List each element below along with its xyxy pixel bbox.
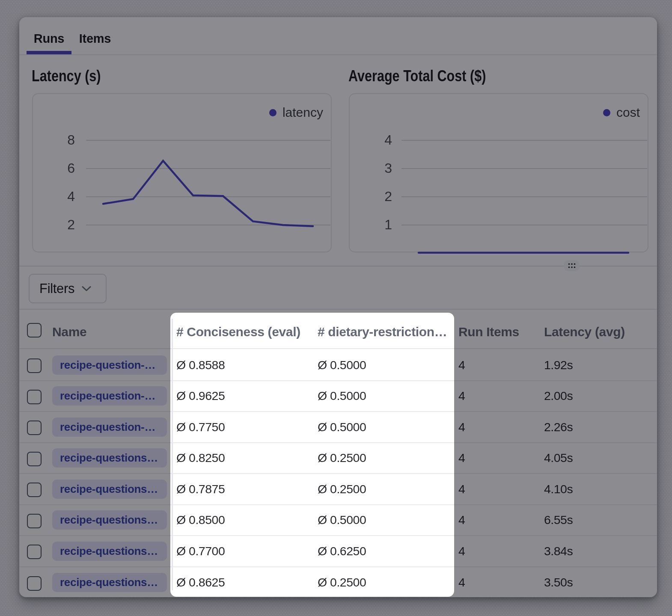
chevron-down-icon <box>82 286 91 291</box>
conciseness-cell: Ø 0.8250 <box>176 443 225 474</box>
conciseness-cell: Ø 0.8500 <box>176 505 225 536</box>
tab-items[interactable]: Items <box>71 21 119 56</box>
select-all-checkbox[interactable] <box>27 323 42 338</box>
y-tick-label: 8 <box>67 132 75 148</box>
table-row[interactable]: recipe-question-… Ø 0.8588 Ø 0.5000 4 1.… <box>19 350 657 381</box>
column-header-latency[interactable]: Latency (avg) <box>544 310 625 348</box>
latency-cell: 3.84s <box>544 536 573 566</box>
row-checkbox[interactable] <box>27 421 42 435</box>
legend-label-cost: cost <box>616 105 640 120</box>
conciseness-cell: Ø 0.7750 <box>176 412 225 442</box>
table-row[interactable]: recipe-questions… Ø 0.7875 Ø 0.2500 4 4.… <box>19 474 657 505</box>
row-checkbox[interactable] <box>27 514 42 528</box>
run-items-cell: 4 <box>458 567 465 598</box>
cost-chart-title: Average Total Cost ($) <box>348 67 486 85</box>
filters-button-label: Filters <box>39 281 74 296</box>
conciseness-cell: Ø 0.8625 <box>176 567 225 598</box>
runs-panel: Runs Items Latency (s) Average Total Cos… <box>19 17 657 597</box>
run-name-badge[interactable]: recipe-questions… <box>52 573 167 592</box>
y-tick-label: 2 <box>67 217 75 232</box>
latency-cell: 2.00s <box>544 381 573 412</box>
row-checkbox[interactable] <box>27 390 42 404</box>
latency-cell: 1.92s <box>544 350 573 380</box>
run-name-cell: recipe-questions… <box>52 474 167 504</box>
table-body: recipe-question-… Ø 0.8588 Ø 0.5000 4 1.… <box>19 350 657 598</box>
latency-chart-title: Latency (s) <box>32 67 101 85</box>
legend-dot-latency <box>269 109 277 116</box>
column-header-name[interactable]: Name <box>52 310 86 348</box>
tabs-bar: Runs Items <box>19 17 657 55</box>
conciseness-cell: Ø 0.7875 <box>176 474 225 504</box>
table-row[interactable]: recipe-question-… Ø 0.9625 Ø 0.5000 4 2.… <box>19 381 657 412</box>
column-header-conciseness[interactable]: # Conciseness (eval) <box>176 310 300 348</box>
run-items-cell: 4 <box>458 381 465 412</box>
latency-chart: 8642 latency <box>32 93 332 252</box>
y-tick-label: 1 <box>384 217 392 232</box>
row-checkbox[interactable] <box>27 452 42 466</box>
run-name-cell: recipe-questions… <box>52 536 167 566</box>
y-tick-label: 6 <box>67 160 75 176</box>
row-checkbox[interactable] <box>27 358 42 373</box>
run-name-cell: recipe-questions… <box>52 505 167 536</box>
table-row[interactable]: recipe-questions… Ø 0.8625 Ø 0.2500 4 3.… <box>19 567 657 598</box>
run-name-cell: recipe-question-… <box>52 350 167 380</box>
column-header-run-items[interactable]: Run Items <box>458 310 519 348</box>
latency-chart-legend: latency <box>269 105 323 120</box>
run-items-cell: 4 <box>458 536 465 566</box>
latency-cell: 4.05s <box>544 443 573 474</box>
y-tick-label: 4 <box>67 189 75 204</box>
run-items-cell: 4 <box>458 443 465 474</box>
grip-dots-icon <box>567 262 577 269</box>
run-name-cell: recipe-question-… <box>52 381 167 412</box>
page: { "tabs": { "runs": "Runs", "items": "It… <box>0 0 672 616</box>
run-items-cell: 4 <box>458 505 465 536</box>
dietary-cell: Ø 0.2500 <box>318 474 366 504</box>
run-name-badge[interactable]: recipe-question-… <box>52 418 167 437</box>
run-name-badge[interactable]: recipe-questions… <box>52 480 167 499</box>
run-items-cell: 4 <box>458 350 465 380</box>
column-header-dietary[interactable]: # dietary-restriction… <box>318 310 447 348</box>
run-name-badge[interactable]: recipe-question-… <box>52 355 167 375</box>
run-name-badge[interactable]: recipe-questions… <box>52 542 167 561</box>
dietary-cell: Ø 0.2500 <box>318 443 366 474</box>
run-items-cell: 4 <box>458 412 465 442</box>
latency-line <box>103 161 313 226</box>
run-name-badge[interactable]: recipe-questions… <box>52 448 167 468</box>
latency-cell: 4.10s <box>544 474 573 504</box>
conciseness-cell: Ø 0.8588 <box>176 350 225 380</box>
section-divider <box>19 266 657 267</box>
active-tab-indicator <box>27 51 71 54</box>
dietary-cell: Ø 0.2500 <box>318 567 366 598</box>
run-name-cell: recipe-questions… <box>52 443 167 474</box>
table-row[interactable]: recipe-questions… Ø 0.8500 Ø 0.5000 4 6.… <box>19 505 657 536</box>
latency-cell: 3.50s <box>544 567 573 598</box>
run-name-badge[interactable]: recipe-question-… <box>52 386 167 406</box>
row-checkbox[interactable] <box>27 576 42 591</box>
conciseness-cell: Ø 0.7700 <box>176 536 225 566</box>
run-name-cell: recipe-question-… <box>52 412 167 442</box>
tab-items-label: Items <box>79 32 111 46</box>
run-items-cell: 4 <box>458 474 465 504</box>
resize-handle[interactable] <box>564 260 579 271</box>
conciseness-cell: Ø 0.9625 <box>176 381 225 412</box>
y-tick-label: 3 <box>384 160 392 176</box>
row-checkbox[interactable] <box>27 545 42 559</box>
cost-chart: 4321 cost <box>349 93 648 252</box>
dietary-cell: Ø 0.5000 <box>318 412 366 442</box>
run-name-cell: recipe-questions… <box>52 567 167 598</box>
latency-cell: 6.55s <box>544 505 573 536</box>
run-name-badge[interactable]: recipe-questions… <box>52 510 167 530</box>
dietary-cell: Ø 0.5000 <box>318 381 366 412</box>
table-row[interactable]: recipe-question-… Ø 0.7750 Ø 0.5000 4 2.… <box>19 412 657 443</box>
dietary-cell: Ø 0.5000 <box>318 350 366 380</box>
table-row[interactable]: recipe-questions… Ø 0.8250 Ø 0.2500 4 4.… <box>19 443 657 474</box>
dietary-cell: Ø 0.6250 <box>318 536 366 566</box>
row-checkbox[interactable] <box>27 483 42 497</box>
table-row[interactable]: recipe-questions… Ø 0.7700 Ø 0.6250 4 3.… <box>19 536 657 567</box>
y-tick-label: 2 <box>384 189 392 204</box>
latency-cell: 2.26s <box>544 412 573 442</box>
filters-button[interactable]: Filters <box>29 274 107 303</box>
cost-chart-legend: cost <box>603 105 640 120</box>
table-header: Name # Conciseness (eval) # dietary-rest… <box>19 310 657 349</box>
highlighted-column-left-border <box>172 319 173 590</box>
